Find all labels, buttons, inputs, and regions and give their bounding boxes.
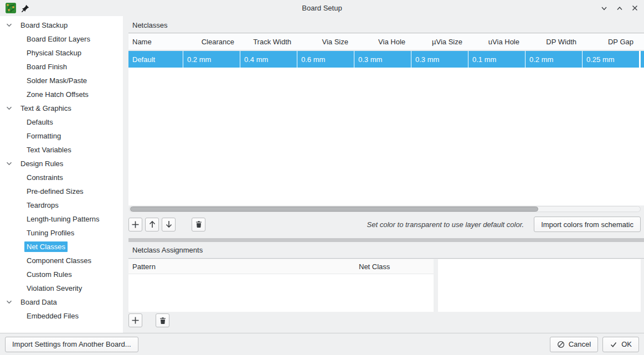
horizontal-scrollbar[interactable] — [129, 206, 641, 212]
cell-uvia-size[interactable]: 0.3 mm — [411, 51, 468, 68]
sidebar-item-embedded-files[interactable]: Embedded Files — [0, 309, 123, 323]
trash-icon — [159, 317, 167, 325]
arrow-down-icon — [165, 220, 173, 228]
move-netclass-down-button[interactable] — [162, 218, 176, 231]
board-setup-dialog: Board Setup Board Stackup Board Editor L… — [0, 0, 644, 355]
delete-assignment-button[interactable] — [156, 313, 169, 327]
sidebar-item-length-tuning-patterns[interactable]: Length-tuning Patterns — [0, 212, 123, 226]
sidebar-item-custom-rules[interactable]: Custom Rules — [0, 267, 123, 281]
chevron-down-icon[interactable] — [6, 300, 12, 304]
cell-via-size[interactable]: 0.6 mm — [297, 51, 354, 68]
plus-icon — [131, 316, 140, 325]
section-splitter-handle[interactable] — [128, 238, 644, 242]
chevron-down-icon[interactable] — [600, 4, 608, 12]
column-header-via-size[interactable]: Via Size — [297, 34, 354, 50]
column-header-uvia-hole[interactable]: uVia Hole — [468, 34, 525, 50]
cell-track-width[interactable]: 0.4 mm — [240, 51, 297, 68]
titlebar: Board Setup — [0, 0, 644, 16]
sidebar-item-component-classes[interactable]: Component Classes — [0, 254, 123, 267]
column-header-dp-width[interactable]: DP Width — [525, 34, 582, 50]
move-netclass-up-button[interactable] — [145, 218, 159, 231]
sidebar-item-zone-hatch-offsets[interactable]: Zone Hatch Offsets — [0, 88, 123, 101]
chevron-down-icon[interactable] — [6, 23, 12, 27]
sidebar-group-text-graphics[interactable]: Text & Graphics — [0, 101, 123, 115]
assignments-table-header: Pattern Net Class — [128, 259, 434, 274]
cell-clearance[interactable]: 0.2 mm — [183, 51, 240, 68]
sidebar-item-formatting[interactable]: Formatting — [0, 129, 123, 143]
plus-icon — [131, 220, 140, 229]
dialog-footer: Import Settings from Another Board... Ca… — [0, 333, 644, 355]
horizontal-scrollbar-thumb[interactable] — [130, 207, 538, 212]
netclasses-section-title: Netclasses — [132, 21, 168, 29]
cell-name[interactable]: Default — [128, 51, 183, 68]
column-header-clearance[interactable]: Clearance — [183, 34, 240, 50]
chevron-up-icon[interactable] — [616, 4, 624, 12]
ok-button[interactable]: OK — [602, 337, 639, 352]
settings-tree: Board Stackup Board Editor Layers Physic… — [0, 16, 123, 333]
assignments-toolbar — [128, 313, 172, 327]
cell-uvia-hole[interactable]: 0.1 mm — [468, 51, 525, 68]
import-colors-from-schematic-button[interactable]: Import colors from schematic — [534, 217, 641, 232]
check-icon — [610, 341, 617, 348]
sidebar-group-design-rules[interactable]: Design Rules — [0, 157, 123, 171]
assignments-preview-panel — [438, 259, 641, 312]
assignments-section-header: Netclass Assignments — [128, 242, 644, 259]
chevron-down-icon[interactable] — [6, 162, 12, 166]
column-header-net-class[interactable]: Net Class — [359, 263, 434, 271]
netclasses-section-header: Netclasses — [128, 17, 644, 33]
cell-dp-gap[interactable]: 0.25 mm — [583, 51, 639, 68]
chevron-down-icon[interactable] — [6, 106, 12, 110]
sidebar-item-teardrops[interactable]: Teardrops — [0, 198, 123, 212]
import-settings-button[interactable]: Import Settings from Another Board... — [5, 337, 138, 352]
sidebar-item-physical-stackup[interactable]: Physical Stackup — [0, 46, 123, 60]
table-row[interactable]: Default 0.2 mm 0.4 mm 0.6 mm 0.3 mm 0.3 … — [128, 51, 644, 68]
cell-overflow — [641, 51, 644, 68]
cancel-icon — [557, 341, 565, 348]
column-header-via-hole[interactable]: Via Hole — [354, 34, 411, 50]
column-header-track-width[interactable]: Track Width — [240, 34, 297, 50]
sidebar-item-violation-severity[interactable]: Violation Severity — [0, 281, 123, 295]
trash-icon — [195, 220, 203, 228]
cell-via-hole[interactable]: 0.3 mm — [354, 51, 411, 68]
assignments-section-title: Netclass Assignments — [132, 246, 203, 254]
sidebar-item-pre-defined-sizes[interactable]: Pre-defined Sizes — [0, 184, 123, 198]
sidebar-group-board-data[interactable]: Board Data — [0, 295, 123, 309]
arrow-up-icon — [148, 220, 156, 228]
add-netclass-button[interactable] — [128, 218, 142, 231]
column-header-uvia-size[interactable]: µVia Size — [411, 34, 468, 50]
column-header-pattern[interactable]: Pattern — [132, 263, 156, 271]
netclasses-toolbar: Set color to transparent to use layer de… — [128, 215, 644, 233]
sidebar-item-net-classes[interactable]: Net Classes — [0, 240, 123, 254]
sidebar-item-solder-mask-paste[interactable]: Solder Mask/Paste — [0, 74, 123, 88]
cell-dp-width[interactable]: 0.2 mm — [525, 51, 582, 68]
sidebar-item-constraints[interactable]: Constraints — [0, 171, 123, 184]
sidebar-item-tuning-profiles[interactable]: Tuning Profiles — [0, 226, 123, 240]
pin-icon[interactable] — [22, 4, 29, 12]
sidebar-item-board-finish[interactable]: Board Finish — [0, 60, 123, 74]
delete-netclass-button[interactable] — [192, 218, 205, 231]
cancel-button[interactable]: Cancel — [550, 337, 598, 352]
kicad-pcbnew-app-icon — [6, 3, 16, 13]
add-assignment-button[interactable] — [128, 313, 142, 327]
netclasses-table-body — [128, 68, 644, 205]
sidebar-item-board-editor-layers[interactable]: Board Editor Layers — [0, 32, 123, 46]
sidebar-group-board-stackup[interactable]: Board Stackup — [0, 18, 123, 32]
sidebar-item-defaults[interactable]: Defaults — [0, 115, 123, 129]
sidebar-item-label: Board Stackup — [18, 20, 70, 30]
color-hint-text: Set color to transparent to use layer de… — [367, 220, 524, 229]
window-title: Board Setup — [0, 4, 644, 12]
netclasses-table-header: Name Clearance Track Width Via Size Via … — [128, 34, 644, 50]
column-header-name[interactable]: Name — [128, 34, 183, 50]
assignments-table: Pattern Net Class — [128, 259, 434, 312]
close-icon[interactable] — [631, 4, 638, 12]
sidebar-item-text-variables[interactable]: Text Variables — [0, 143, 123, 157]
column-header-dp-gap[interactable]: DP Gap — [583, 34, 639, 50]
